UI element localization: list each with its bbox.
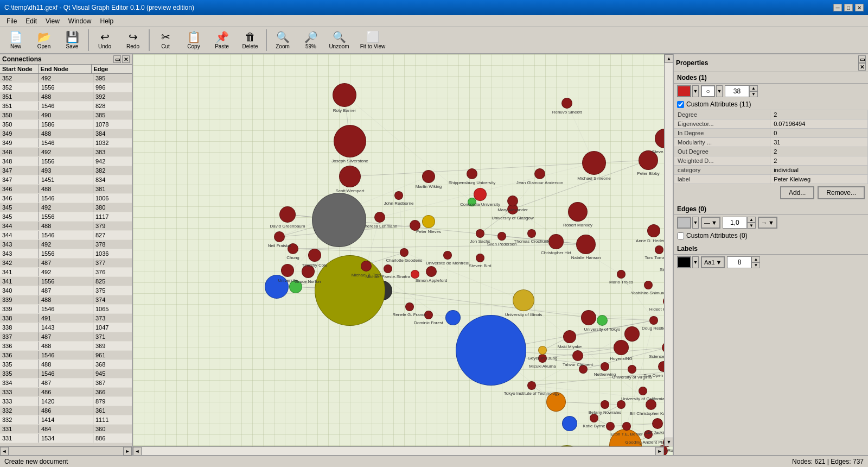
- graph-node[interactable]: [617, 400, 626, 409]
- table-row[interactable]: 352 1556 996: [0, 83, 132, 92]
- attr-row[interactable]: Out Degree 2: [674, 147, 868, 156]
- edge-line-btn[interactable]: — ▼: [701, 217, 720, 229]
- table-row[interactable]: 350 1586 1078: [0, 120, 132, 129]
- table-row[interactable]: 335 488 368: [0, 360, 132, 369]
- graph-node[interactable]: [361, 261, 372, 272]
- properties-close-button[interactable]: ✕: [858, 63, 866, 71]
- open-button[interactable]: 📂 Open: [30, 28, 58, 53]
- graph-node[interactable]: [601, 362, 609, 371]
- edge-color-swatch[interactable]: [677, 217, 691, 229]
- table-row[interactable]: 339 488 374: [0, 295, 132, 305]
- table-row[interactable]: 339 1546 1065: [0, 305, 132, 314]
- graph-node[interactable]: [411, 270, 419, 279]
- graph-node[interactable]: [647, 224, 660, 237]
- new-button[interactable]: 📄 New: [2, 28, 29, 53]
- label-size-input[interactable]: [727, 256, 751, 268]
- graph-node[interactable]: [422, 170, 435, 183]
- graph-node[interactable]: [374, 212, 385, 223]
- graph-canvas[interactable]: Stan RutzlerGeoffrey RockwellGooding Anc…: [133, 54, 673, 455]
- paste-button[interactable]: 📌 Paste: [208, 28, 235, 53]
- graph-node[interactable]: [639, 150, 658, 170]
- table-row[interactable]: 348 1556 942: [0, 157, 132, 166]
- graph-node[interactable]: [538, 354, 547, 363]
- graph-node[interactable]: [308, 249, 321, 262]
- table-row[interactable]: 333 486 366: [0, 388, 132, 397]
- copy-button[interactable]: 📋 Copy: [180, 28, 207, 53]
- delete-button[interactable]: 🗑 Delete: [237, 28, 264, 53]
- vscroll-up[interactable]: ▲: [665, 54, 673, 63]
- graph-node[interactable]: [655, 245, 663, 254]
- zoom-in-button[interactable]: 🔍 Zoom: [269, 28, 296, 53]
- graph-node[interactable]: [405, 302, 414, 311]
- graph-node[interactable]: [628, 365, 636, 374]
- label-font-btn[interactable]: Aa1 ▼: [701, 256, 725, 268]
- zoom-out-button[interactable]: 🔍 Unzoom: [326, 28, 353, 53]
- graph-node[interactable]: [652, 418, 663, 429]
- table-row[interactable]: 346 1546 1006: [0, 194, 132, 203]
- node-shape-dropdown[interactable]: ▼: [716, 85, 723, 97]
- table-row[interactable]: 331 484 360: [0, 425, 132, 434]
- redo-button[interactable]: ↪ Redo: [119, 28, 146, 53]
- add-attr-button[interactable]: Add...: [780, 186, 814, 199]
- graph-node[interactable]: [601, 400, 609, 409]
- node-size-down[interactable]: ▼: [749, 91, 758, 97]
- graph-node[interactable]: [400, 248, 409, 257]
- graph-node[interactable]: [527, 229, 536, 238]
- attr-row[interactable]: Weighted D... 2: [674, 156, 868, 166]
- graph-node[interactable]: [288, 243, 298, 254]
- table-row[interactable]: 352 492 395: [0, 74, 132, 83]
- graph-node[interactable]: [467, 168, 477, 179]
- graph-node[interactable]: [315, 255, 385, 326]
- graph-node[interactable]: [281, 264, 294, 277]
- graph-node[interactable]: [649, 316, 658, 325]
- table-row[interactable]: 332 1414 1111: [0, 415, 132, 425]
- graph-node[interactable]: [339, 166, 361, 187]
- graph-node[interactable]: [476, 229, 484, 238]
- graph-node[interactable]: [646, 399, 656, 410]
- table-row[interactable]: 341 1556 825: [0, 277, 132, 286]
- table-row[interactable]: 346 488 381: [0, 185, 132, 194]
- node-color-dropdown[interactable]: ▼: [692, 85, 699, 97]
- graph-hscroll-left[interactable]: ◄: [133, 447, 142, 455]
- attr-row[interactable]: In Degree 0: [674, 129, 868, 138]
- vscroll-track[interactable]: [665, 63, 673, 438]
- connections-float-button[interactable]: ▭: [113, 55, 121, 63]
- graph-node[interactable]: [546, 392, 566, 412]
- graph-node[interactable]: [606, 422, 615, 431]
- graph-node[interactable]: [384, 264, 392, 273]
- label-size-up[interactable]: ▲: [751, 256, 760, 262]
- edge-weight-down[interactable]: ▼: [747, 223, 756, 229]
- table-row[interactable]: 343 492 378: [0, 240, 132, 249]
- graph-node[interactable]: [312, 193, 366, 247]
- table-row[interactable]: 335 1546 945: [0, 369, 132, 378]
- graph-node[interactable]: [279, 206, 296, 223]
- table-row[interactable]: 340 487 375: [0, 286, 132, 295]
- graph-node[interactable]: [527, 381, 536, 390]
- graph-node[interactable]: [424, 311, 433, 319]
- table-row[interactable]: 338 491 373: [0, 314, 132, 323]
- vscroll-down[interactable]: ▼: [665, 438, 673, 446]
- table-row[interactable]: 348 492 383: [0, 148, 132, 157]
- attr-row[interactable]: label Peter Kleiweg: [674, 175, 868, 184]
- graph-node[interactable]: [334, 125, 366, 157]
- graph-node[interactable]: [622, 422, 631, 431]
- graph-node[interactable]: [590, 414, 598, 422]
- graph-node[interactable]: [644, 281, 653, 289]
- graph-hscroll-track[interactable]: [142, 447, 655, 455]
- graph-node[interactable]: [289, 280, 302, 293]
- table-row[interactable]: 350 490 385: [0, 111, 132, 120]
- graph-node[interactable]: [548, 234, 564, 249]
- close-button[interactable]: ✕: [855, 4, 864, 11]
- connections-list[interactable]: 352 492 395 352 1556 996 351 488 392 351…: [0, 74, 132, 446]
- graph-node[interactable]: [563, 330, 576, 343]
- graph-vscroll[interactable]: ▲ ▼: [664, 54, 673, 446]
- remove-attr-button[interactable]: Remove...: [818, 186, 865, 199]
- label-size-down[interactable]: ▼: [751, 262, 760, 268]
- graph-node[interactable]: [639, 387, 647, 395]
- graph-node[interactable]: [274, 231, 285, 242]
- table-row[interactable]: 331 1534 886: [0, 434, 132, 443]
- edge-arrow-btn[interactable]: → ▼: [758, 217, 777, 229]
- table-row[interactable]: 334 487 367: [0, 378, 132, 388]
- node-shape-btn[interactable]: ○: [701, 85, 715, 97]
- maximize-button[interactable]: □: [844, 4, 853, 11]
